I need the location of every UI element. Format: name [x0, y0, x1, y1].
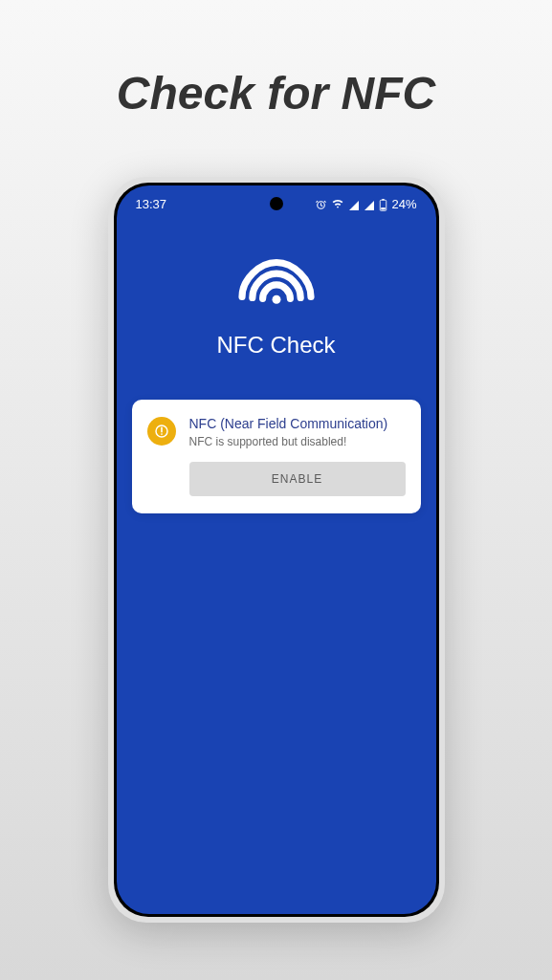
phone-frame: 13:37 [108, 177, 445, 923]
signal-icon [348, 197, 360, 211]
app-title: NFC Check [216, 332, 335, 359]
nfc-status-card: NFC (Near Field Communication) NFC is su… [132, 400, 421, 513]
phone-inner: 13:37 [114, 183, 439, 917]
signal-icon-2 [364, 197, 375, 211]
app-header: NFC Check [117, 215, 436, 382]
svg-point-6 [161, 433, 163, 435]
enable-button[interactable]: ENABLE [189, 462, 406, 496]
svg-rect-2 [382, 207, 386, 209]
battery-percent: 24% [391, 197, 416, 211]
camera-notch [270, 197, 283, 210]
status-time: 13:37 [136, 197, 167, 211]
card-content: NFC (Near Field Communication) NFC is su… [189, 415, 406, 496]
card-subtitle: NFC is supported but disabled! [189, 435, 406, 448]
promo-title: Check for NFC [0, 67, 552, 120]
alarm-icon [315, 197, 327, 211]
status-right: 24% [315, 197, 416, 211]
wifi-icon [331, 197, 344, 211]
warning-icon [147, 417, 176, 446]
nfc-waves-icon [233, 249, 320, 315]
svg-point-3 [272, 295, 280, 304]
phone-screen: 13:37 [117, 185, 436, 914]
card-title: NFC (Near Field Communication) [189, 415, 406, 432]
svg-rect-1 [383, 199, 386, 200]
battery-icon [379, 197, 387, 211]
